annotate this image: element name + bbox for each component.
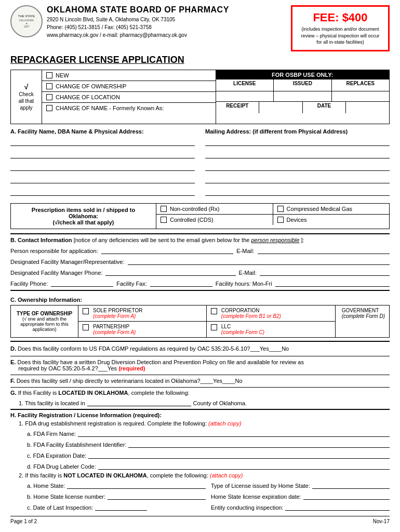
section-g: G. If this Facility is LOCATED IN OKLAHO… — [10, 387, 390, 406]
section-h-license-expiration-label: Home State license expiration date: — [211, 494, 301, 500]
email2-field[interactable] — [260, 268, 390, 276]
own-sole-proprietor[interactable]: SOLE PROPRIETOR (complete Form A) — [78, 305, 207, 322]
checkbox-location-label: CHANGE OF LOCATION — [56, 94, 120, 100]
mailing-address-line2[interactable] — [205, 149, 390, 158]
checkbox-ownership-box[interactable] — [46, 83, 52, 89]
prx-compressed-gas[interactable]: Compressed Medical Gas — [273, 204, 390, 214]
facility-hours-field[interactable] — [275, 278, 390, 287]
manager-field[interactable] — [128, 257, 390, 265]
section-h-license-number-label: b. Home State license number: — [27, 494, 105, 500]
checkbox-sole-proprietor[interactable] — [83, 308, 89, 314]
section-a: A. Facility Name, DBA Name & Physical Ad… — [10, 128, 390, 199]
checkbox-partnership[interactable] — [83, 324, 89, 330]
section-g-county-field[interactable] — [87, 398, 191, 406]
osbp-receipt-value — [259, 102, 303, 113]
section-e: E. Does this facility have a written Dru… — [10, 356, 390, 371]
section-h-fda-labeler-field[interactable] — [98, 461, 390, 470]
checkbox-new[interactable]: NEW — [42, 70, 216, 81]
own-partnership[interactable]: PARTNERSHIP (complete Form A) — [78, 322, 207, 337]
checkbox-name-box[interactable] — [46, 105, 52, 111]
checkbox-non-controlled[interactable] — [161, 206, 167, 212]
section-g-item1-label: 1. This facility is located in — [19, 400, 85, 406]
own-corporation[interactable]: CORPORATION (complete Form B1 or B2) — [207, 305, 335, 322]
manager-phone-field[interactable] — [105, 268, 235, 276]
section-h-license-number-row: b. Home State license number: Home State… — [27, 491, 390, 500]
org-phone-fax: Phone: (405) 521-3815 / Fax: (405) 521-3… — [47, 23, 291, 31]
section-h-home-state-part: a. Home State: — [27, 481, 206, 489]
section-h-home-state-row: a. Home State: Type of License issued by… — [27, 481, 390, 489]
email1-field[interactable] — [258, 246, 390, 254]
own-sole-proprietor-label: SOLE PROPRIETOR — [93, 308, 142, 313]
own-header-line4: application) — [15, 327, 74, 332]
checkbox-ownership[interactable]: CHANGE OF OWNERSHIP — [42, 81, 216, 92]
section-b-person-responsible: person responsible — [251, 237, 299, 243]
physical-address-line3[interactable] — [10, 162, 195, 171]
section-h-inspection-date-field[interactable] — [95, 502, 147, 511]
section-h-license-number-part: b. Home State license number: — [27, 491, 206, 500]
facility-phone-field[interactable] — [51, 278, 113, 287]
own-corporation-form: (complete Form B1 or B2) — [221, 313, 281, 319]
mailing-address-line3[interactable] — [205, 162, 390, 171]
osbp-grid: LICENSE ISSUED REPLACES — [216, 79, 390, 91]
facility-fax-label: Facility Fax: — [116, 281, 147, 287]
own-corporation-text: CORPORATION (complete Form B1 or B2) — [221, 308, 281, 319]
section-h-license-type-field[interactable] — [312, 481, 390, 489]
physical-address-line1[interactable] — [10, 137, 195, 146]
facility-fax-field[interactable] — [150, 278, 212, 287]
mailing-address-line5[interactable] — [205, 187, 390, 196]
section-g-title: If this Facility is LOCATED IN OKLAHOMA,… — [18, 390, 190, 396]
checkbox-name[interactable]: CHANGE OF NAME - Formerly Known As: — [42, 103, 216, 113]
osbp-date: DATE — [303, 102, 346, 113]
checkbox-llc[interactable] — [211, 324, 217, 330]
checkbox-controlled[interactable] — [161, 217, 167, 223]
section-h-label: H. — [10, 412, 16, 418]
physical-address-line5[interactable] — [10, 187, 195, 196]
own-government[interactable]: GOVERNMENT (complete Form D) — [335, 305, 389, 337]
email2-label: E-Mail: — [239, 270, 257, 276]
checkbox-corporation[interactable] — [211, 308, 217, 314]
mailing-address-line1[interactable] — [205, 137, 390, 146]
section-h-inspection-entity-part: Entity conducting inspection: — [211, 502, 390, 511]
own-sole-proprietor-form: (complete Form A) — [93, 313, 142, 319]
person-responsible-row: Person responsible for application: E-Ma… — [10, 246, 390, 254]
fee-title: FEE: $400 — [299, 11, 382, 24]
physical-address-col: A. Facility Name, DBA Name & Physical Ad… — [10, 128, 195, 199]
section-h-fda-expiration: c. FDA Expiration Date: — [27, 450, 390, 459]
section-h-home-state-field[interactable] — [67, 481, 206, 489]
section-h-fda-firm-field[interactable] — [78, 429, 390, 437]
mailing-address-line4[interactable] — [205, 174, 390, 183]
section-h-item2-attach: (attach copy) — [210, 472, 243, 478]
physical-address-line4[interactable] — [10, 174, 195, 183]
own-government-label: GOVERNMENT — [342, 308, 385, 313]
checkbox-new-box[interactable] — [46, 72, 52, 78]
checkboxes-col: NEW CHANGE OF OWNERSHIP CHANGE OF LOCATI… — [42, 70, 216, 124]
prx-controlled[interactable]: Controlled (CDS) — [156, 215, 273, 225]
section-h-license-expiration-field[interactable] — [303, 491, 390, 500]
prx-non-controlled[interactable]: Non-controlled (Rx) — [156, 204, 273, 214]
physical-address-line2[interactable] — [10, 149, 195, 158]
section-g-header: G. If this Facility is LOCATED IN OKLAHO… — [10, 390, 390, 396]
section-h-fda-firm-label: a. FDA Firm Name: — [27, 431, 76, 437]
prx-controlled-label: Controlled (CDS) — [170, 217, 214, 223]
checkbox-compressed-gas[interactable] — [277, 206, 284, 212]
prx-devices[interactable]: Devices — [273, 215, 390, 225]
prescription-right: Non-controlled (Rx) Compressed Medical G… — [156, 204, 389, 229]
own-llc[interactable]: LLC (complete Form C) — [207, 322, 335, 337]
section-h-fda-facility-field[interactable] — [128, 440, 390, 448]
checkbox-ownership-label: CHANGE OF OWNERSHIP — [56, 83, 126, 89]
section-h-license-number-field[interactable] — [108, 491, 206, 500]
osbp-date-value — [346, 102, 389, 113]
section-d-label: D. — [10, 345, 16, 352]
header-text: OKLAHOMA STATE BOARD OF PHARMACY 2920 N … — [47, 5, 291, 39]
section-c: C. Ownership Information: TYPE OF OWNERS… — [10, 290, 390, 338]
section-f-text: F. Does this facility sell / ship direct… — [10, 378, 390, 384]
fee-box: FEE: $400 (includes inspection and/or do… — [291, 5, 390, 51]
checkbox-devices[interactable] — [277, 217, 284, 223]
section-h-item2-header: 2. If this facility is NOT LOCATED IN OK… — [19, 472, 390, 478]
section-h-fda-expiration-field[interactable] — [88, 450, 390, 459]
checkbox-location-box[interactable] — [46, 94, 52, 100]
mailing-address-col: Mailing Address: (if different from Phys… — [205, 128, 390, 199]
section-h-inspection-entity-field[interactable] — [285, 502, 390, 511]
checkbox-location[interactable]: CHANGE OF LOCATION — [42, 92, 216, 103]
person-responsible-field[interactable] — [101, 246, 234, 254]
